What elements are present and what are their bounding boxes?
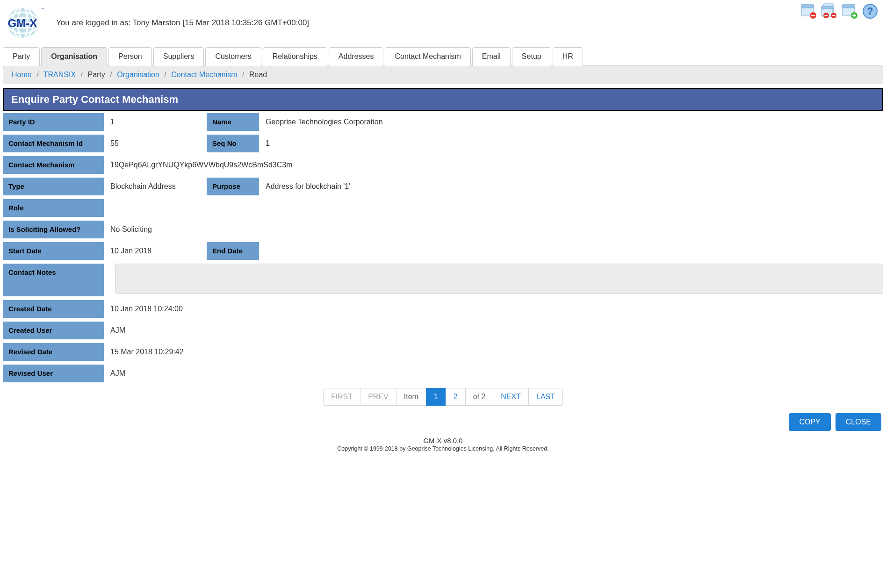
pg-last[interactable]: LAST [528, 388, 563, 406]
bc-home[interactable]: Home [12, 71, 32, 79]
value-cm: 19QePq6ALgrYNUQYkp6WVWbqU9s2WcBmSd3C3m [104, 156, 883, 174]
pg-page-1[interactable]: 1 [426, 388, 446, 406]
login-info: You are logged in as: Tony Marston [15 M… [56, 18, 309, 28]
value-role [104, 199, 883, 217]
svg-rect-14 [821, 6, 833, 9]
logo[interactable]: GM-X ™ [5, 5, 45, 41]
label-end-date: End Date [207, 242, 259, 260]
tab-email[interactable]: Email [472, 47, 511, 66]
tab-customers[interactable]: Customers [205, 47, 261, 66]
value-created-user: AJM [104, 322, 883, 339]
bc-organisation[interactable]: Organisation [117, 71, 159, 79]
label-created-date: Created Date [3, 300, 104, 318]
bc-contact-mechanism[interactable]: Contact Mechanism [171, 71, 237, 79]
tab-relationships[interactable]: Relationships [263, 47, 327, 66]
value-end-date [259, 242, 883, 260]
value-seq-no: 1 [259, 135, 883, 152]
logo-tm: ™ [41, 7, 44, 11]
footer-version: GM-X v8.0.0 [0, 437, 886, 445]
svg-rect-9 [801, 5, 814, 8]
pagination: FIRST PREV Item 1 2 of 2 NEXT LAST [0, 388, 886, 406]
value-start-date: 10 Jan 2018 [104, 242, 207, 260]
tab-addresses[interactable]: Addresses [329, 47, 384, 66]
bc-party: Party [87, 71, 105, 79]
header-icons: ? [800, 3, 879, 20]
label-revised-user: Revised User [3, 365, 104, 382]
label-party-id: Party ID [3, 113, 104, 131]
value-party-id: 1 [104, 113, 207, 131]
tab-person[interactable]: Person [108, 47, 152, 66]
action-bar: COPY CLOSE [0, 410, 886, 434]
close-button[interactable]: CLOSE [836, 413, 881, 431]
value-soliciting: No Soliciting [104, 221, 883, 238]
value-purpose: Address for blockchain '1' [259, 178, 883, 195]
label-revised-date: Revised Date [3, 343, 104, 361]
tab-setup[interactable]: Setup [512, 47, 551, 66]
svg-rect-23 [854, 14, 855, 17]
svg-text:?: ? [867, 5, 873, 17]
label-role: Role [3, 199, 104, 217]
tab-hr[interactable]: HR [553, 47, 583, 66]
footer: GM-X v8.0.0 Copyright © 1999-2018 by Geo… [0, 434, 886, 454]
breadcrumb: Home / TRANSIX / Party / Organisation / … [3, 65, 883, 84]
label-start-date: Start Date [3, 242, 104, 260]
value-created-date: 10 Jan 2018 10:24:00 [104, 300, 883, 318]
copy-button[interactable]: COPY [789, 413, 830, 431]
label-soliciting: Is Soliciting Allowed? [3, 221, 104, 238]
value-name: Geoprise Technologies Corporation [259, 113, 883, 131]
tab-party[interactable]: Party [3, 47, 40, 66]
svg-rect-11 [811, 15, 815, 16]
bc-read: Read [249, 71, 267, 79]
footer-copyright: Copyright © 1999-2018 by Geoprise Techno… [0, 445, 886, 452]
page-title: Enquire Party Contact Mechanism [3, 88, 883, 111]
svg-rect-16 [825, 15, 828, 16]
bc-transix[interactable]: TRANSIX [43, 71, 76, 79]
page-add-icon[interactable] [841, 3, 858, 20]
logo-text: GM-X [7, 17, 37, 29]
value-notes [115, 264, 883, 294]
form: Party ID 1 Name Geoprise Technologies Co… [3, 113, 883, 382]
value-revised-user: AJM [104, 365, 883, 382]
value-cm-id: 55 [104, 135, 207, 152]
label-type: Type [3, 178, 104, 195]
value-revised-date: 15 Mar 2018 10:29:42 [104, 343, 883, 361]
pg-page-2[interactable]: 2 [446, 388, 466, 406]
svg-rect-20 [843, 5, 855, 8]
tab-organisation[interactable]: Organisation [41, 47, 107, 66]
label-purpose: Purpose [207, 178, 259, 195]
pg-item-label: Item [396, 388, 426, 406]
label-cm: Contact Mechanism [3, 156, 104, 174]
help-icon[interactable]: ? [862, 3, 879, 20]
pg-prev[interactable]: PREV [360, 388, 396, 406]
pg-next[interactable]: NEXT [493, 388, 529, 406]
header: GM-X ™ You are logged in as: Tony Marsto… [0, 0, 886, 47]
svg-rect-18 [832, 15, 836, 16]
page-remove-icon[interactable] [800, 3, 817, 20]
tab-bar: Party Organisation Person Suppliers Cust… [3, 47, 883, 65]
tab-suppliers[interactable]: Suppliers [153, 47, 204, 66]
pages-remove-icon[interactable] [821, 3, 837, 20]
label-cm-id: Contact Mechanism Id [3, 135, 104, 152]
label-notes: Contact Notes [3, 264, 104, 296]
pg-of: of 2 [465, 388, 494, 406]
value-type: Blockchain Address [104, 178, 207, 195]
label-seq-no: Seq No [207, 135, 259, 152]
label-created-user: Created User [3, 322, 104, 339]
pg-first[interactable]: FIRST [323, 388, 360, 406]
tab-contact-mechanism[interactable]: Contact Mechanism [385, 47, 470, 66]
label-name: Name [207, 113, 259, 131]
